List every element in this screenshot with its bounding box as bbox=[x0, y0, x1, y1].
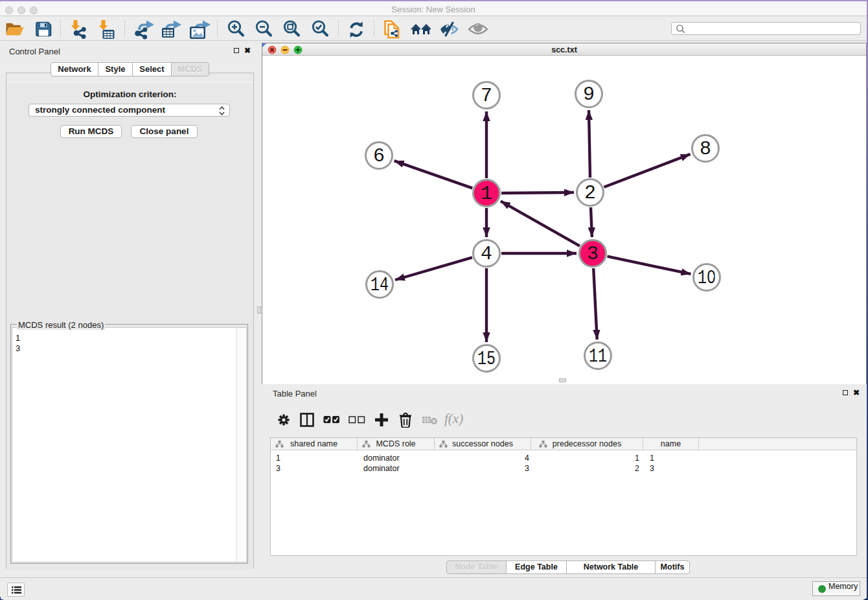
svg-text:8: 8 bbox=[700, 138, 711, 160]
svg-text:4: 4 bbox=[481, 243, 492, 265]
svg-text:7: 7 bbox=[481, 85, 492, 107]
svg-text:2: 2 bbox=[584, 182, 596, 204]
svg-text:6: 6 bbox=[373, 145, 385, 167]
svg-text:1: 1 bbox=[481, 183, 492, 205]
svg-text:14: 14 bbox=[371, 274, 389, 296]
svg-text:15: 15 bbox=[477, 348, 496, 370]
svg-text:11: 11 bbox=[589, 345, 607, 367]
svg-text:9: 9 bbox=[583, 84, 595, 106]
svg-text:3: 3 bbox=[587, 243, 599, 265]
